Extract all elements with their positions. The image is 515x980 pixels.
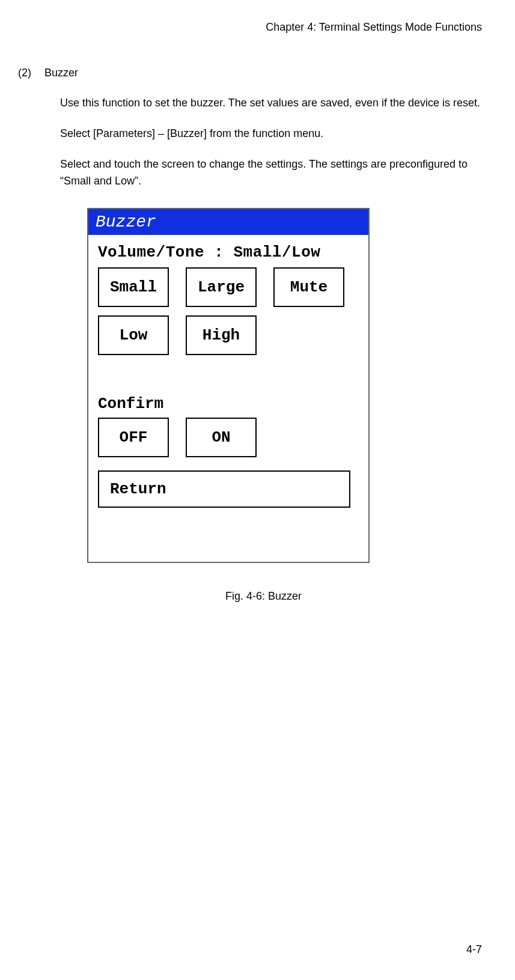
confirm-on-button[interactable]: ON bbox=[186, 418, 257, 457]
buzzer-screenshot: Buzzer Volume/Tone : Small/Low Small Lar… bbox=[87, 208, 370, 563]
confirm-off-button[interactable]: OFF bbox=[98, 418, 169, 457]
low-button[interactable]: Low bbox=[98, 315, 169, 355]
volume-tone-status: Volume/Tone : Small/Low bbox=[98, 243, 359, 261]
paragraph-1: Use this function to set the buzzer. The… bbox=[60, 94, 482, 112]
chapter-header: Chapter 4: Terminal Settings Mode Functi… bbox=[18, 21, 482, 34]
high-button[interactable]: High bbox=[186, 315, 257, 355]
return-button[interactable]: Return bbox=[98, 470, 350, 508]
small-button[interactable]: Small bbox=[98, 267, 169, 307]
figure-caption: Fig. 4-6: Buzzer bbox=[45, 590, 482, 603]
confirm-label: Confirm bbox=[98, 395, 359, 413]
mute-button[interactable]: Mute bbox=[273, 267, 344, 307]
section-title: Buzzer bbox=[44, 67, 78, 79]
large-button[interactable]: Large bbox=[186, 267, 257, 307]
paragraph-2: Select [Parameters] – [Buzzer] from the … bbox=[60, 125, 482, 142]
section-number: (2) bbox=[18, 67, 31, 79]
paragraph-3: Select and touch the screen to change th… bbox=[60, 156, 482, 190]
panel-title: Buzzer bbox=[88, 209, 368, 235]
page-number: 4-7 bbox=[466, 943, 482, 956]
